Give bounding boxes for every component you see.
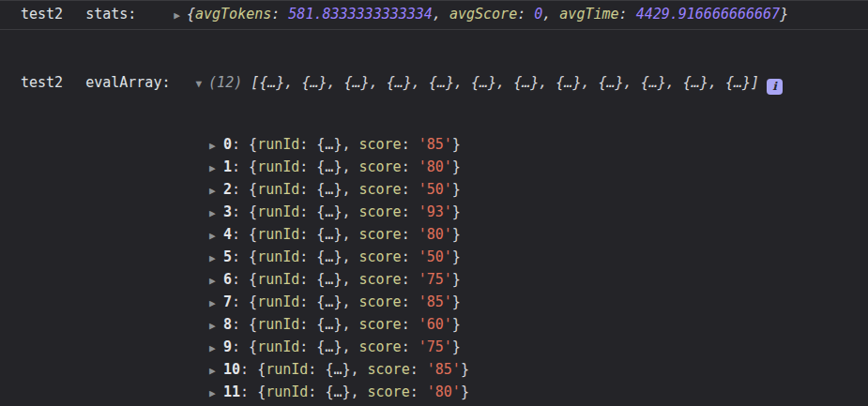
text: : (232, 271, 249, 288)
text: { (249, 181, 257, 198)
log-label: stats: (85, 6, 136, 23)
text: , (342, 293, 358, 310)
text: : (232, 293, 249, 310)
text: : (299, 181, 316, 198)
console-message-evalarray: test2evalArray:▼(12)[{…}, {…}, {…}, {…},… (0, 30, 868, 406)
collapsed-object: {…} (316, 248, 342, 265)
property-key: runId (257, 158, 299, 175)
property-key: score (359, 316, 402, 333)
score-value: '85' (419, 136, 452, 153)
item-index: 1 (223, 158, 232, 175)
text: : (240, 383, 257, 400)
text: : (308, 361, 325, 378)
text: { (257, 383, 266, 400)
info-icon[interactable]: i (767, 79, 783, 95)
text: { (249, 136, 257, 153)
text: : (299, 158, 316, 175)
text: : (402, 293, 419, 310)
array-item-row: ▶10: {runId: {…}, score: '85'} (209, 358, 860, 381)
text: , (342, 136, 358, 153)
item-index: 6 (223, 271, 232, 288)
expand-arrow-icon[interactable]: ▶ (209, 158, 223, 180)
item-index: 3 (223, 203, 232, 220)
array-item-row: ▶5: {runId: {…}, score: '50'} (209, 246, 860, 268)
expand-arrow-icon[interactable]: ▶ (209, 203, 223, 225)
property-key: score (359, 293, 402, 310)
property-key: score (359, 181, 402, 198)
text: } (452, 271, 461, 288)
property-key: runId (257, 271, 299, 288)
text: : (402, 226, 419, 243)
console-message-stats: test2stats:▶{avgTokens: 581.833333333333… (0, 0, 868, 30)
property-key: runId (266, 361, 308, 378)
collapsed-object: {…} (316, 316, 342, 333)
collapsed-object: {…} (325, 361, 350, 378)
text: : (402, 136, 419, 153)
item-index: 7 (223, 293, 232, 310)
expand-arrow-icon[interactable]: ▶ (209, 248, 223, 270)
property-key: score (368, 361, 410, 378)
array-item-row: ▶6: {runId: {…}, score: '75'} (209, 268, 860, 291)
collapsed-object: {…} (316, 203, 342, 220)
text: } (461, 383, 469, 400)
item-index: 10 (223, 361, 240, 378)
text: : (402, 248, 419, 265)
expand-arrow-icon[interactable]: ▶ (174, 7, 180, 25)
expand-arrow-icon[interactable]: ▶ (209, 225, 223, 248)
expand-arrow-icon[interactable]: ▶ (209, 293, 223, 315)
text: : (410, 383, 427, 400)
text: { (257, 361, 266, 378)
text: , (342, 226, 358, 243)
score-value: '80' (427, 383, 461, 400)
text: { (249, 226, 257, 243)
array-preview-line: test2evalArray:▼(12)[{…}, {…}, {…}, {…},… (21, 71, 860, 96)
text: , (342, 203, 358, 220)
property-key: score (359, 226, 402, 243)
array-item-row: ▶8: {runId: {…}, score: '60'} (209, 313, 860, 336)
array-item-row: ▶0: {runId: {…}, score: '85'} (209, 133, 860, 156)
item-index: 8 (223, 316, 232, 333)
expand-arrow-icon[interactable]: ▶ (209, 135, 223, 158)
expand-arrow-icon[interactable]: ▶ (209, 338, 223, 360)
array-preview: [{…}, {…}, {…}, {…}, {…}, {…}, {…}, {…},… (251, 74, 759, 91)
collapse-arrow-icon[interactable]: ▼ (195, 73, 202, 96)
expand-arrow-icon[interactable]: ▶ (209, 383, 223, 405)
expand-arrow-icon[interactable]: ▶ (209, 180, 223, 203)
property-key: score (359, 158, 402, 175)
array-item-row: ▶2: {runId: {…}, score: '50'} (209, 178, 860, 201)
array-item-row: ▶7: {runId: {…}, score: '85'} (209, 291, 860, 313)
text: : (299, 203, 316, 220)
item-index: 2 (223, 181, 232, 198)
text: : (410, 361, 427, 378)
text: } (452, 226, 461, 243)
expand-arrow-icon[interactable]: ▶ (209, 315, 223, 338)
array-item-row: ▶3: {runId: {…}, score: '93'} (209, 201, 860, 223)
property-key: runId (257, 248, 299, 265)
text: , (350, 361, 367, 378)
text: : (232, 203, 249, 220)
text: } (452, 136, 461, 153)
property-key: runId (257, 316, 299, 333)
text: : (232, 136, 249, 153)
property-key: score (368, 383, 410, 400)
text: , (342, 316, 358, 333)
collapsed-object: {…} (316, 181, 342, 198)
property-key: runId (257, 338, 299, 355)
text: , (350, 383, 367, 400)
expand-arrow-icon[interactable]: ▶ (209, 360, 223, 383)
text: : (402, 181, 419, 198)
object-preview: {avgTokens: 581.8333333333334, avgScore:… (187, 6, 788, 23)
text: : (299, 338, 316, 355)
text: } (452, 293, 461, 310)
collapsed-object: {…} (316, 226, 342, 243)
item-index: 0 (223, 136, 232, 153)
text: } (452, 248, 461, 265)
text: : (232, 316, 249, 333)
property-key: runId (257, 181, 299, 198)
array-item-row: ▶9: {runId: {…}, score: '75'} (209, 336, 860, 358)
property-key: runId (257, 136, 299, 153)
text: : (299, 136, 316, 153)
text: : (402, 271, 419, 288)
expand-arrow-icon[interactable]: ▶ (209, 270, 223, 293)
array-item-row: ▶4: {runId: {…}, score: '80'} (209, 223, 860, 246)
